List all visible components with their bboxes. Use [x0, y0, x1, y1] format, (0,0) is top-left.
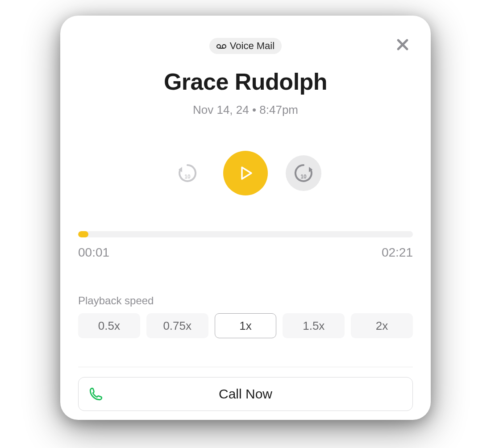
voicemail-card: Voice Mail Grace Rudolph Nov 14, 24 • 8:…: [60, 16, 431, 420]
caller-name: Grace Rudolph: [78, 68, 413, 95]
divider: [78, 367, 413, 367]
current-time: 00:01: [78, 245, 109, 260]
rewind-10-button[interactable]: 10: [170, 155, 205, 191]
play-button[interactable]: [223, 151, 268, 195]
playback-speed-label: Playback speed: [78, 295, 413, 307]
voicemail-icon: [216, 40, 226, 52]
speed-1x[interactable]: 1x: [215, 313, 277, 338]
speed-2x[interactable]: 2x: [351, 313, 413, 338]
speed-0-5x[interactable]: 0.5x: [78, 313, 140, 338]
total-time: 02:21: [382, 245, 413, 260]
voicemail-badge-label: Voice Mail: [230, 40, 275, 52]
call-datetime: Nov 14, 24 • 8:47pm: [78, 103, 413, 117]
time-row: 00:01 02:21: [78, 245, 413, 260]
forward-10-button[interactable]: 10: [286, 155, 321, 191]
svg-point-0: [217, 45, 221, 48]
rewind-10-icon: 10: [176, 162, 199, 185]
call-now-button[interactable]: Call Now: [78, 377, 413, 411]
playback-speed-row: 0.5x 0.75x 1x 1.5x 2x: [78, 313, 413, 338]
play-icon: [236, 164, 255, 183]
svg-point-1: [222, 45, 226, 48]
speed-1-5x[interactable]: 1.5x: [283, 313, 345, 338]
close-icon: [395, 37, 410, 52]
svg-text:10: 10: [184, 174, 191, 180]
svg-marker-7: [242, 167, 251, 179]
speed-0-75x[interactable]: 0.75x: [146, 313, 208, 338]
progress-track[interactable]: [78, 231, 413, 237]
voicemail-badge: Voice Mail: [209, 38, 282, 54]
forward-10-icon: 10: [292, 162, 315, 185]
header-row: Voice Mail: [78, 38, 413, 54]
svg-text:10: 10: [300, 174, 307, 180]
close-button[interactable]: [392, 34, 413, 57]
phone-icon: [88, 386, 104, 402]
call-now-label: Call Now: [219, 386, 272, 402]
playback-controls: 10 10: [78, 151, 413, 195]
progress-fill: [78, 231, 88, 237]
